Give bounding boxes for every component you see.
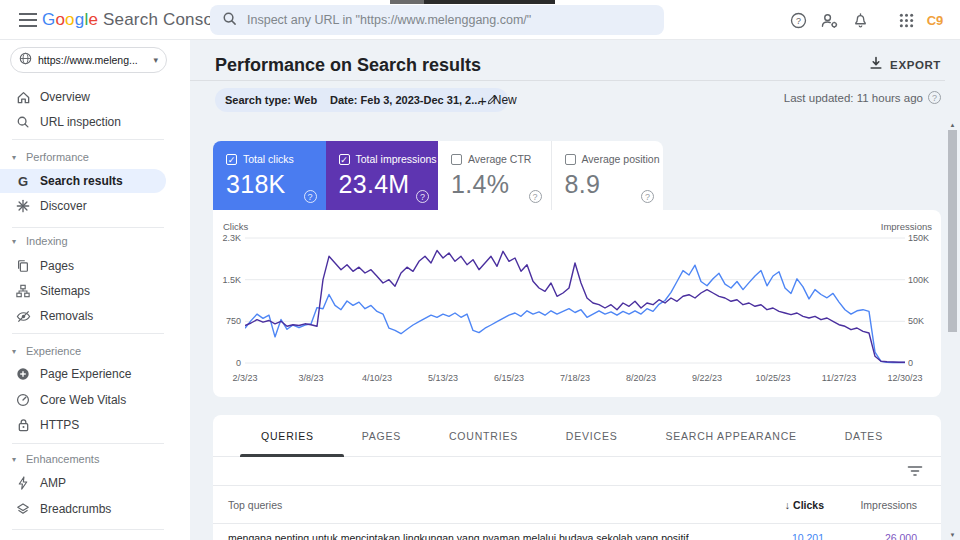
section-indexing[interactable]: ▾ Indexing [0, 232, 180, 250]
filter-list-icon[interactable] [907, 464, 923, 482]
account-avatar[interactable]: C9 [922, 7, 948, 33]
metric-value: 1.4% [451, 170, 509, 199]
help-icon[interactable]: ? [416, 190, 429, 203]
amp-lightning-icon [15, 475, 31, 491]
sidebar-item-https[interactable]: HTTPS [0, 416, 180, 434]
sidebar-item-pages[interactable]: Pages [0, 257, 180, 275]
section-performance[interactable]: ▾ Performance [0, 148, 180, 166]
property-selector[interactable]: https://www.meleng... ▾ [10, 47, 167, 73]
g-icon: G [15, 173, 31, 189]
caret-down-icon: ▾ [12, 237, 16, 246]
divider [12, 227, 164, 228]
sidebar-item-overview[interactable]: Overview [0, 88, 180, 106]
removals-eye-off-icon [15, 308, 31, 324]
plus-icon: + [478, 92, 487, 109]
sidebar-item-removals[interactable]: Removals [0, 307, 180, 325]
metric-total-clicks[interactable]: ✓ Total clicks 318K ? [213, 141, 326, 210]
x-axis-tick: 12/30/23 [887, 373, 922, 383]
tab-search-appearance[interactable]: SEARCH APPEARANCE [665, 430, 796, 442]
caret-down-icon: ▾ [12, 347, 16, 356]
sidebar-item-amp[interactable]: AMP [0, 474, 180, 492]
help-icon[interactable]: ? [786, 8, 810, 32]
caret-down-icon: ▾ [12, 153, 16, 162]
divider [12, 443, 164, 444]
scroll-up-icon[interactable]: ▲ [946, 120, 959, 130]
checkbox-icon[interactable]: ✓ [226, 154, 237, 165]
apps-grid-icon[interactable] [894, 8, 918, 32]
chevron-down-icon: ▾ [153, 55, 158, 65]
sidebar-item-search-results[interactable]: G Search results [0, 172, 180, 190]
sidebar-item-page-experience[interactable]: Page Experience [0, 365, 180, 383]
divider [12, 333, 164, 334]
y-axis-tick-left: 1.5K [222, 275, 241, 285]
metric-total-impressions[interactable]: ✓ Total impressions 23.4M ? [326, 141, 439, 210]
col-header-clicks-sort[interactable]: ↓Clicks [785, 499, 824, 511]
download-icon [869, 56, 883, 74]
left-axis-caption: Clicks [223, 221, 248, 232]
col-header-impressions[interactable]: Impressions [860, 499, 917, 511]
notifications-bell-icon[interactable] [848, 8, 872, 32]
tab-dates[interactable]: DATES [845, 430, 883, 442]
x-axis-tick: 9/22/23 [692, 373, 722, 383]
help-icon[interactable]: ? [641, 190, 654, 203]
help-icon[interactable]: ? [529, 190, 542, 203]
scrollbar[interactable]: ▲ ▼ [946, 120, 959, 540]
sidebar-item-core-web-vitals[interactable]: Core Web Vitals [0, 391, 180, 409]
google-search-console-app: Google Search Console ? C9 https://www.m [0, 0, 960, 540]
table-toolbar [213, 457, 941, 486]
tab-devices[interactable]: DEVICES [566, 430, 618, 442]
checkbox-icon[interactable] [451, 154, 462, 165]
x-axis-tick: 2/3/23 [232, 373, 257, 383]
export-button[interactable]: EXPORT [869, 56, 941, 74]
sidebar-item-sitemaps[interactable]: Sitemaps [0, 282, 180, 300]
sidebar-item-discover[interactable]: Discover [0, 197, 180, 215]
dimensions-table-card: QUERIES PAGES COUNTRIES DEVICES SEARCH A… [213, 415, 941, 540]
browser-artifact-bar [390, 0, 555, 4]
x-axis-tick: 3/8/23 [298, 373, 323, 383]
new-filter-button[interactable]: + New [478, 88, 517, 112]
menu-icon[interactable] [19, 13, 37, 27]
metric-cards: ✓ Total clicks 318K ? ✓ Total impression… [213, 141, 663, 210]
table-header-row: Top queries ↓Clicks Impressions [213, 486, 941, 524]
y-axis-tick-right: 150K [908, 233, 929, 243]
section-experience[interactable]: ▾ Experience [0, 342, 180, 360]
metric-value: 23.4M [339, 170, 410, 199]
svg-text:?: ? [796, 15, 801, 25]
sidebar-item-breadcrumbs[interactable]: Breadcrumbs [0, 500, 180, 518]
y-axis-tick-left: 0 [236, 358, 241, 368]
property-label: https://www.meleng... [38, 54, 153, 66]
query-cell[interactable]: mengapa penting untuk menciptakan lingku… [228, 532, 689, 540]
home-icon [15, 89, 31, 105]
y-axis-tick-right: 0 [908, 358, 913, 368]
url-inspect-searchbox[interactable] [210, 5, 664, 35]
breadcrumbs-layers-icon [15, 501, 31, 517]
checkbox-icon[interactable]: ✓ [339, 154, 350, 165]
help-icon[interactable]: ? [928, 91, 941, 104]
dimension-tabs: QUERIES PAGES COUNTRIES DEVICES SEARCH A… [213, 415, 941, 457]
chart-lines [245, 237, 905, 364]
divider [12, 529, 164, 530]
sitemaps-icon [15, 283, 31, 299]
metric-average-ctr[interactable]: Average CTR 1.4% ? [438, 141, 551, 210]
checkbox-icon[interactable] [565, 154, 576, 165]
sidebar-item-url-inspection[interactable]: URL inspection [0, 113, 180, 131]
metric-value: 8.9 [565, 170, 601, 199]
tab-queries[interactable]: QUERIES [261, 430, 314, 442]
discover-icon [15, 198, 31, 214]
metric-average-position[interactable]: Average position 8.9 ? [551, 141, 664, 210]
tab-pages[interactable]: PAGES [362, 430, 401, 442]
scrollbar-thumb[interactable] [948, 130, 957, 332]
col-header-top-queries: Top queries [228, 499, 282, 511]
table-row[interactable]: mengapa penting untuk menciptakan lingku… [213, 524, 941, 540]
chart-plot[interactable] [245, 237, 905, 364]
x-axis-tick: 6/15/23 [494, 373, 524, 383]
scroll-down-icon[interactable]: ▼ [946, 530, 959, 540]
settings-users-icon[interactable] [817, 8, 841, 32]
caret-down-icon: ▾ [12, 455, 16, 464]
section-enhancements[interactable]: ▾ Enhancements [0, 450, 180, 468]
tab-countries[interactable]: COUNTRIES [449, 430, 518, 442]
x-axis-tick: 5/13/23 [428, 373, 458, 383]
y-axis-tick-right: 100K [908, 275, 929, 285]
help-icon[interactable]: ? [304, 190, 317, 203]
url-inspect-input[interactable] [247, 13, 652, 27]
